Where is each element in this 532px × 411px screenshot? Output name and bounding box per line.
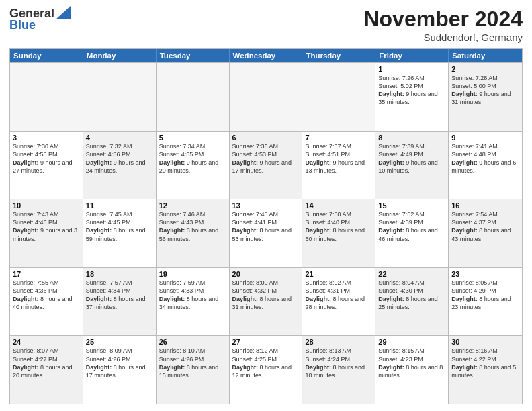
day-info-11: Sunrise: 7:45 AMSunset: 4:45 PMDaylight:… <box>86 210 153 243</box>
day-18: 18Sunrise: 7:57 AMSunset: 4:34 PMDayligh… <box>83 268 157 336</box>
day-number-15: 15 <box>378 201 445 210</box>
day-16: 16Sunrise: 7:54 AMSunset: 4:37 PMDayligh… <box>449 199 522 267</box>
svg-marker-0 <box>56 6 71 19</box>
day-info-19: Sunrise: 7:59 AMSunset: 4:33 PMDaylight:… <box>159 279 226 312</box>
day-number-3: 3 <box>13 134 80 142</box>
day-number-29: 29 <box>378 338 445 346</box>
header-saturday: Saturday <box>449 49 522 62</box>
day-number-25: 25 <box>86 338 153 346</box>
day-info-18: Sunrise: 7:57 AMSunset: 4:34 PMDaylight:… <box>86 279 153 312</box>
day-number-7: 7 <box>305 134 372 142</box>
day-number-6: 6 <box>232 134 300 142</box>
calendar-row-3: 10Sunrise: 7:43 AMSunset: 4:46 PMDayligh… <box>10 199 522 267</box>
header-monday: Monday <box>83 49 157 62</box>
day-number-27: 27 <box>232 338 300 346</box>
day-11: 11Sunrise: 7:45 AMSunset: 4:45 PMDayligh… <box>83 199 157 267</box>
day-info-8: Sunrise: 7:39 AMSunset: 4:49 PMDaylight:… <box>378 142 445 175</box>
day-info-17: Sunrise: 7:55 AMSunset: 4:36 PMDaylight:… <box>13 279 80 312</box>
day-info-1: Sunrise: 7:26 AMSunset: 5:02 PMDaylight:… <box>378 74 445 107</box>
day-number-21: 21 <box>305 270 372 278</box>
day-13: 13Sunrise: 7:48 AMSunset: 4:41 PMDayligh… <box>230 199 303 267</box>
day-number-11: 11 <box>86 201 153 210</box>
day-19: 19Sunrise: 7:59 AMSunset: 4:33 PMDayligh… <box>157 268 230 336</box>
logo-blue-text: Blue <box>9 18 36 32</box>
day-22: 22Sunrise: 8:04 AMSunset: 4:30 PMDayligh… <box>375 268 449 336</box>
day-number-4: 4 <box>86 134 153 142</box>
day-number-24: 24 <box>13 338 80 346</box>
day-info-12: Sunrise: 7:46 AMSunset: 4:43 PMDaylight:… <box>159 210 226 243</box>
day-29: 29Sunrise: 8:15 AMSunset: 4:23 PMDayligh… <box>375 336 449 404</box>
day-info-29: Sunrise: 8:15 AMSunset: 4:23 PMDaylight:… <box>378 347 445 379</box>
day-24: 24Sunrise: 8:07 AMSunset: 4:27 PMDayligh… <box>10 336 83 404</box>
day-2: 2Sunrise: 7:28 AMSunset: 5:00 PMDaylight… <box>449 63 522 131</box>
day-number-22: 22 <box>378 270 445 278</box>
day-info-14: Sunrise: 7:50 AMSunset: 4:40 PMDaylight:… <box>305 210 372 243</box>
calendar-row-4: 17Sunrise: 7:55 AMSunset: 4:36 PMDayligh… <box>10 267 522 336</box>
day-info-13: Sunrise: 7:48 AMSunset: 4:41 PMDaylight:… <box>232 210 300 243</box>
day-21: 21Sunrise: 8:02 AMSunset: 4:31 PMDayligh… <box>302 268 375 336</box>
day-number-1: 1 <box>378 65 445 73</box>
day-number-2: 2 <box>451 65 519 73</box>
day-info-15: Sunrise: 7:52 AMSunset: 4:39 PMDaylight:… <box>378 210 445 243</box>
empty-cell-0-0 <box>10 63 83 131</box>
header-thursday: Thursday <box>302 49 375 62</box>
month-title: November 2024 <box>363 7 523 32</box>
day-number-13: 13 <box>232 201 300 210</box>
calendar-row-1: 1Sunrise: 7:26 AMSunset: 5:02 PMDaylight… <box>10 62 522 131</box>
day-number-20: 20 <box>232 270 300 278</box>
empty-cell-0-4 <box>302 63 375 131</box>
calendar-header: SundayMondayTuesdayWednesdayThursdayFrid… <box>10 49 522 62</box>
day-26: 26Sunrise: 8:10 AMSunset: 4:26 PMDayligh… <box>157 336 230 404</box>
day-27: 27Sunrise: 8:12 AMSunset: 4:25 PMDayligh… <box>230 336 303 404</box>
day-4: 4Sunrise: 7:32 AMSunset: 4:56 PMDaylight… <box>83 132 157 199</box>
day-info-24: Sunrise: 8:07 AMSunset: 4:27 PMDaylight:… <box>13 347 80 379</box>
day-15: 15Sunrise: 7:52 AMSunset: 4:39 PMDayligh… <box>375 199 449 267</box>
calendar: SundayMondayTuesdayWednesdayThursdayFrid… <box>9 48 523 404</box>
calendar-row-2: 3Sunrise: 7:30 AMSunset: 4:58 PMDaylight… <box>10 131 522 199</box>
day-number-10: 10 <box>13 201 80 210</box>
day-7: 7Sunrise: 7:37 AMSunset: 4:51 PMDaylight… <box>302 132 375 199</box>
day-number-12: 12 <box>159 201 226 210</box>
day-info-3: Sunrise: 7:30 AMSunset: 4:58 PMDaylight:… <box>13 142 80 175</box>
day-info-22: Sunrise: 8:04 AMSunset: 4:30 PMDaylight:… <box>378 279 445 312</box>
logo: General Blue <box>9 7 71 32</box>
calendar-row-5: 24Sunrise: 8:07 AMSunset: 4:27 PMDayligh… <box>10 335 522 404</box>
day-number-8: 8 <box>378 134 445 142</box>
day-number-30: 30 <box>451 338 519 346</box>
title-block: November 2024 Suddendorf, Germany <box>363 7 523 43</box>
day-9: 9Sunrise: 7:41 AMSunset: 4:48 PMDaylight… <box>449 132 522 199</box>
day-1: 1Sunrise: 7:26 AMSunset: 5:02 PMDaylight… <box>375 63 449 131</box>
day-info-5: Sunrise: 7:34 AMSunset: 4:55 PMDaylight:… <box>159 142 226 175</box>
day-info-16: Sunrise: 7:54 AMSunset: 4:37 PMDaylight:… <box>451 210 519 243</box>
empty-cell-0-1 <box>83 63 157 131</box>
day-info-21: Sunrise: 8:02 AMSunset: 4:31 PMDaylight:… <box>305 279 372 312</box>
logo-icon <box>56 6 71 19</box>
day-5: 5Sunrise: 7:34 AMSunset: 4:55 PMDaylight… <box>157 132 230 199</box>
header: General Blue November 2024 Suddendorf, G… <box>9 7 523 43</box>
day-6: 6Sunrise: 7:36 AMSunset: 4:53 PMDaylight… <box>230 132 303 199</box>
day-number-16: 16 <box>451 201 519 210</box>
day-3: 3Sunrise: 7:30 AMSunset: 4:58 PMDaylight… <box>10 132 83 199</box>
location: Suddendorf, Germany <box>363 32 523 43</box>
header-sunday: Sunday <box>10 49 83 62</box>
header-tuesday: Tuesday <box>157 49 230 62</box>
day-info-2: Sunrise: 7:28 AMSunset: 5:00 PMDaylight:… <box>451 74 519 107</box>
day-number-19: 19 <box>159 270 226 278</box>
day-8: 8Sunrise: 7:39 AMSunset: 4:49 PMDaylight… <box>375 132 449 199</box>
day-info-26: Sunrise: 8:10 AMSunset: 4:26 PMDaylight:… <box>159 347 226 379</box>
day-number-5: 5 <box>159 134 226 142</box>
day-20: 20Sunrise: 8:00 AMSunset: 4:32 PMDayligh… <box>230 268 303 336</box>
day-info-23: Sunrise: 8:05 AMSunset: 4:29 PMDaylight:… <box>451 279 519 312</box>
day-17: 17Sunrise: 7:55 AMSunset: 4:36 PMDayligh… <box>10 268 83 336</box>
header-wednesday: Wednesday <box>230 49 303 62</box>
day-12: 12Sunrise: 7:46 AMSunset: 4:43 PMDayligh… <box>157 199 230 267</box>
day-30: 30Sunrise: 8:16 AMSunset: 4:22 PMDayligh… <box>449 336 522 404</box>
day-number-9: 9 <box>451 134 519 142</box>
day-14: 14Sunrise: 7:50 AMSunset: 4:40 PMDayligh… <box>302 199 375 267</box>
day-info-30: Sunrise: 8:16 AMSunset: 4:22 PMDaylight:… <box>451 347 519 379</box>
day-23: 23Sunrise: 8:05 AMSunset: 4:29 PMDayligh… <box>449 268 522 336</box>
day-28: 28Sunrise: 8:13 AMSunset: 4:24 PMDayligh… <box>302 336 375 404</box>
day-info-20: Sunrise: 8:00 AMSunset: 4:32 PMDaylight:… <box>232 279 300 312</box>
day-number-14: 14 <box>305 201 372 210</box>
page: General Blue November 2024 Suddendorf, G… <box>0 0 532 411</box>
